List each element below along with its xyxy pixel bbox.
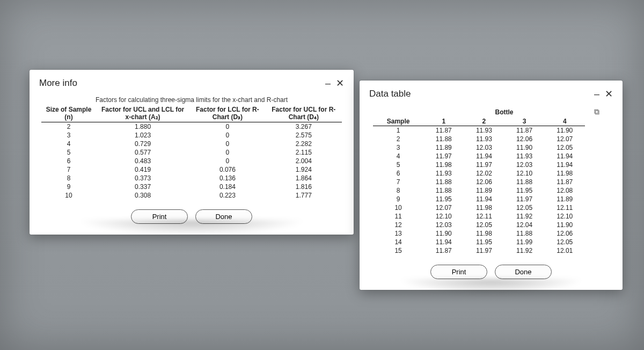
cell-b4: 12.05 xyxy=(545,238,585,246)
cell-b1: 12.10 xyxy=(423,212,464,221)
cell-b1: 12.07 xyxy=(423,203,464,212)
cell-d3: 0 xyxy=(189,131,265,140)
copy-icon[interactable]: ⧉ xyxy=(594,107,599,116)
col-b1: 1 xyxy=(423,117,464,126)
desk-surface: More info – ✕ Factors for calculating th… xyxy=(0,0,644,350)
cell-d4: 1.864 xyxy=(266,174,342,183)
cell-s: 12 xyxy=(373,221,423,229)
table-row: 1511.8711.9711.9212.01 xyxy=(373,246,609,255)
cell-b4: 12.01 xyxy=(545,246,585,255)
cell-d3: 0.184 xyxy=(189,183,265,191)
table-row: 311.8912.0311.9012.05 xyxy=(373,143,609,152)
col-a2: Factor for UCL and LCL for x-chart (A₂) xyxy=(96,105,189,122)
cell-b2: 11.93 xyxy=(464,126,504,135)
bottle-group-header: Bottle xyxy=(423,107,585,117)
cell-b3: 11.97 xyxy=(504,195,545,203)
cell-s: 9 xyxy=(373,195,423,203)
cell-d4: 2.282 xyxy=(266,140,342,148)
table-row: 90.3370.1841.816 xyxy=(41,183,342,191)
table-row: 1411.9411.9511.9912.05 xyxy=(373,238,609,246)
cell-b4: 11.94 xyxy=(545,152,585,161)
modal-header: More info – ✕ xyxy=(30,70,354,91)
cell-d4: 1.777 xyxy=(266,191,342,200)
modal-title: More info xyxy=(39,78,77,89)
cell-b1: 11.88 xyxy=(423,186,464,195)
cell-b1: 11.97 xyxy=(423,152,464,161)
minimize-icon[interactable]: – xyxy=(594,89,599,99)
cell-b4: 11.89 xyxy=(545,195,585,203)
cell-b2: 12.02 xyxy=(464,169,504,178)
close-icon[interactable]: ✕ xyxy=(605,89,613,99)
cell-b3: 11.99 xyxy=(504,238,545,246)
data-table-modal: Data table – ✕ Bottle ⧉ Sample 1 2 xyxy=(360,81,623,290)
table-row: 911.9511.9411.9711.89 xyxy=(373,195,609,203)
cell-b3: 12.06 xyxy=(504,135,545,143)
factors-table: Size of Sample (n) Factor for UCL and LC… xyxy=(41,105,342,200)
cell-a2: 0.729 xyxy=(96,140,189,148)
factors-caption: Factors for calculating three-sigma limi… xyxy=(39,96,344,104)
table-row: 1112.1012.1111.9212.10 xyxy=(373,212,609,221)
cell-b4: 12.05 xyxy=(545,143,585,152)
cell-b1: 11.98 xyxy=(423,161,464,169)
cell-s: 15 xyxy=(373,246,423,255)
cell-a2: 0.337 xyxy=(96,183,189,191)
cell-d4: 2.575 xyxy=(266,131,342,140)
cell-s: 3 xyxy=(373,143,423,152)
cell-d4: 3.267 xyxy=(266,122,342,132)
cell-b4: 12.11 xyxy=(545,203,585,212)
cell-b2: 12.05 xyxy=(464,221,504,229)
cell-b2: 11.93 xyxy=(464,135,504,143)
done-button[interactable]: Done xyxy=(495,265,552,279)
cell-b3: 11.92 xyxy=(504,246,545,255)
modal-title: Data table xyxy=(369,89,411,99)
table-row: 70.4190.0761.924 xyxy=(41,165,342,174)
cell-b4: 12.06 xyxy=(545,229,585,238)
cell-b2: 11.98 xyxy=(464,203,504,212)
more-info-modal: More info – ✕ Factors for calculating th… xyxy=(30,70,354,235)
cell-n: 3 xyxy=(41,131,96,140)
cell-b4: 11.90 xyxy=(545,221,585,229)
cell-s: 5 xyxy=(373,161,423,169)
cell-d3: 0 xyxy=(189,157,265,165)
cell-d4: 1.816 xyxy=(266,183,342,191)
print-button[interactable]: Print xyxy=(430,265,487,279)
cell-b3: 11.93 xyxy=(504,152,545,161)
close-icon[interactable]: ✕ xyxy=(336,78,344,88)
minimize-icon[interactable]: – xyxy=(325,78,331,88)
cell-d4: 1.924 xyxy=(266,165,342,174)
cell-s: 1 xyxy=(373,126,423,135)
cell-d3: 0.223 xyxy=(189,191,265,200)
print-button[interactable]: Print xyxy=(131,209,188,224)
cell-b3: 11.87 xyxy=(504,126,545,135)
cell-a2: 0.483 xyxy=(96,157,189,165)
cell-b3: 12.05 xyxy=(504,203,545,212)
table-row: 611.9312.0212.1011.98 xyxy=(373,169,609,178)
cell-b2: 11.98 xyxy=(464,229,504,238)
cell-n: 10 xyxy=(41,191,96,200)
cell-s: 6 xyxy=(373,169,423,178)
col-sample: Sample xyxy=(373,117,423,126)
done-button[interactable]: Done xyxy=(195,209,252,224)
cell-b2: 11.94 xyxy=(464,195,504,203)
cell-b1: 12.03 xyxy=(423,221,464,229)
cell-b2: 12.06 xyxy=(464,178,504,186)
cell-s: 2 xyxy=(373,135,423,143)
cell-a2: 0.308 xyxy=(96,191,189,200)
cell-b3: 12.04 xyxy=(504,221,545,229)
cell-b1: 11.88 xyxy=(423,178,464,186)
cell-d4: 2.115 xyxy=(266,148,342,157)
table-row: 1212.0312.0512.0411.90 xyxy=(373,221,609,229)
table-row: 31.02302.575 xyxy=(41,131,342,140)
cell-b1: 11.88 xyxy=(423,135,464,143)
cell-b4: 11.98 xyxy=(545,169,585,178)
cell-a2: 0.419 xyxy=(96,165,189,174)
cell-s: 10 xyxy=(373,203,423,212)
cell-b4: 12.07 xyxy=(545,135,585,143)
table-row: 511.9811.9712.0311.94 xyxy=(373,161,609,169)
modal-header: Data table – ✕ xyxy=(360,81,623,101)
cell-a2: 1.023 xyxy=(96,131,189,140)
cell-n: 9 xyxy=(41,183,96,191)
cell-n: 2 xyxy=(41,122,96,132)
cell-n: 7 xyxy=(41,165,96,174)
cell-b1: 11.90 xyxy=(423,229,464,238)
